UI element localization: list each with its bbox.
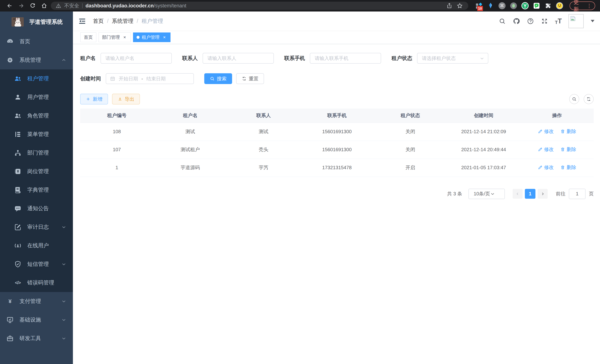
app-title: 芋道管理系统: [29, 18, 63, 26]
refresh-table-button[interactable]: [584, 94, 594, 104]
gear-icon: [6, 56, 14, 64]
browser-address-bar[interactable]: 不安全 dashboard.yudao.iocoder.cn/system/te…: [51, 2, 468, 10]
edit-link[interactable]: 修改: [538, 146, 554, 153]
breadcrumb-system[interactable]: 系统管理: [112, 18, 133, 25]
tenant-name-input[interactable]: [101, 53, 172, 64]
sidebar-item-user[interactable]: 用户管理: [0, 88, 73, 106]
update-label: 更新: [574, 0, 584, 13]
sidebar-toggle-icon[interactable]: [78, 17, 86, 25]
font-size-icon[interactable]: TT: [555, 17, 562, 25]
chevron-down-icon: [61, 224, 67, 230]
cell-phone: 17321315478: [300, 159, 374, 177]
header-search-icon[interactable]: [498, 18, 506, 25]
contact-input[interactable]: [203, 53, 274, 64]
notice-message-icon: [14, 205, 22, 212]
browser-menu-icon[interactable]: ⋮: [587, 3, 592, 9]
y-logo-extension-icon[interactable]: [521, 2, 529, 9]
delete-link[interactable]: 删除: [560, 146, 576, 153]
sidebar-item-home[interactable]: 首页: [0, 32, 73, 51]
col-phone: 联系手机: [300, 109, 374, 123]
create-time-range-picker[interactable]: 开始日期 - 结束日期: [106, 73, 194, 84]
browser-update-button[interactable]: 更新 ⋮: [570, 1, 595, 10]
sidebar-item-dept[interactable]: 部门管理: [0, 144, 73, 162]
cell-created: 2021-01-05 17:03:47: [447, 159, 520, 177]
avatar-dropdown-caret-icon[interactable]: [591, 20, 594, 22]
export-button[interactable]: 导出: [112, 94, 140, 104]
sidebar-item-infra[interactable]: 基础设施: [0, 311, 73, 329]
edit-link[interactable]: 修改: [538, 164, 554, 171]
trash-icon: [560, 165, 565, 170]
breadcrumb-separator: /: [137, 18, 138, 24]
avatar[interactable]: [568, 14, 584, 28]
add-button[interactable]: 新增: [80, 94, 108, 104]
close-icon[interactable]: ×: [122, 35, 127, 40]
search-button[interactable]: 搜索: [204, 73, 232, 84]
page-number-1[interactable]: 1: [525, 189, 535, 199]
tab-home[interactable]: 首页: [80, 32, 96, 42]
table-row: 108 测试 测试 15601691300 关闭 2021-12-14 21:0…: [80, 123, 594, 141]
chevron-up-icon: [61, 57, 67, 63]
sidebar-item-sms[interactable]: 短信管理: [0, 255, 73, 273]
tab-tenant[interactable]: 租户管理 ×: [133, 32, 170, 42]
share-icon[interactable]: [446, 2, 453, 9]
browser-reload-button[interactable]: [28, 1, 38, 10]
cell-contact: 芋艿: [227, 159, 300, 177]
col-tenant-name: 租户名: [153, 109, 227, 123]
extension-badge-icon[interactable]: 10: [475, 2, 483, 9]
chevron-right-icon: [541, 192, 545, 196]
kite-extension-icon[interactable]: [487, 2, 494, 9]
fullscreen-icon[interactable]: [541, 18, 548, 25]
record-extension-icon[interactable]: [510, 2, 517, 9]
browser-back-button[interactable]: [5, 1, 14, 10]
profile-avatar-icon[interactable]: [556, 2, 563, 9]
delete-link[interactable]: 删除: [560, 128, 576, 135]
reset-button[interactable]: 重置: [236, 73, 264, 84]
phone-input[interactable]: [310, 53, 381, 64]
trash-icon: [560, 147, 565, 152]
tab-label: 部门管理: [102, 34, 120, 40]
delete-link[interactable]: 删除: [560, 164, 576, 171]
next-page-button[interactable]: [538, 189, 548, 199]
browser-forward-button[interactable]: [16, 1, 26, 10]
cell-status: 关闭: [374, 141, 447, 159]
sidebar-item-label: 支付管理: [19, 298, 61, 305]
status-select[interactable]: 请选择租户状态: [417, 53, 488, 64]
sidebar-item-role[interactable]: 角色管理: [0, 106, 73, 125]
chevron-down-icon: [479, 56, 485, 61]
puzzle-extensions-icon[interactable]: [544, 2, 552, 9]
sidebar-item-devtools[interactable]: 研发工具: [0, 329, 73, 348]
sidebar-item-notice[interactable]: 通知公告: [0, 199, 73, 218]
sidebar-item-menu[interactable]: 菜单管理: [0, 125, 73, 144]
help-icon[interactable]: [527, 18, 534, 25]
search-button-label: 搜索: [217, 75, 226, 82]
cell-contact: 秃头: [227, 141, 300, 159]
breadcrumb-home[interactable]: 首页: [93, 18, 104, 25]
goto-page-input[interactable]: [569, 189, 586, 199]
edit-link[interactable]: 修改: [538, 128, 554, 135]
browser-home-button[interactable]: [39, 1, 49, 10]
sidebar-item-dict[interactable]: 字典管理: [0, 181, 73, 199]
cell-name: 测试租户: [153, 141, 227, 159]
sidebar-item-error-code[interactable]: </> 错误码管理: [0, 273, 73, 292]
github-icon[interactable]: [513, 18, 520, 25]
sidebar-item-system[interactable]: 系统管理: [0, 51, 73, 69]
sidebar-item-online-user[interactable]: 在线用户: [0, 236, 73, 255]
sidebar-item-post[interactable]: 岗位管理: [0, 162, 73, 181]
bookmark-star-icon[interactable]: [456, 2, 463, 9]
command-extension-icon[interactable]: ⌘: [498, 2, 506, 9]
toggle-search-button[interactable]: [569, 94, 579, 104]
chat-extension-icon[interactable]: [533, 2, 540, 9]
search-icon: [572, 97, 577, 102]
tab-dept[interactable]: 部门管理 ×: [99, 32, 131, 42]
cell-status: 开启: [374, 159, 447, 177]
sidebar-item-tenant[interactable]: 租户管理: [0, 69, 73, 88]
sidebar-item-audit-log[interactable]: 审计日志: [0, 218, 73, 236]
sidebar-item-pay[interactable]: ¥ 支付管理: [0, 292, 73, 311]
sidebar-logo[interactable]: 芋道管理系统: [0, 11, 73, 32]
prev-page-button[interactable]: [513, 189, 523, 199]
cell-created: 2021-12-14 20:49:44: [447, 141, 520, 159]
reset-button-label: 重置: [249, 75, 258, 82]
pagination: 共 3 条 10条/页 1 前往 页: [80, 189, 594, 199]
page-size-select[interactable]: 10条/页: [469, 189, 505, 199]
close-icon[interactable]: ×: [162, 35, 167, 40]
